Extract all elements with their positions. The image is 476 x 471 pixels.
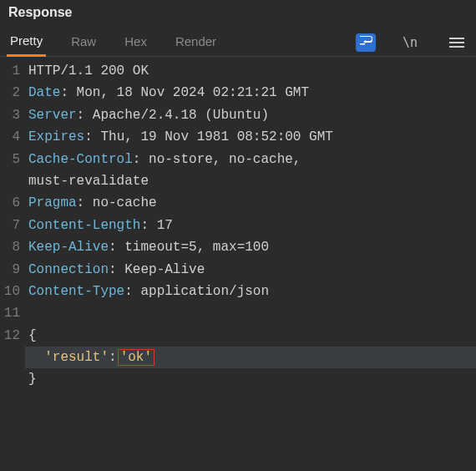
highlight-box: 'ok': [118, 349, 154, 366]
json-brace-close: }: [28, 372, 37, 387]
tab-raw[interactable]: Raw: [68, 29, 99, 55]
line-number: 4: [0, 126, 25, 148]
line-number: 6: [0, 192, 25, 214]
svg-rect-2: [449, 42, 464, 43]
line-number: 12: [0, 325, 25, 347]
code-line: 8 Keep-Alive: timeout=5, max=100: [0, 236, 476, 258]
header-value: no-store, no-cache,: [149, 152, 301, 167]
line-number: 9: [0, 259, 25, 281]
line-number: 7: [0, 215, 25, 236]
show-newlines-button[interactable]: \n: [398, 33, 423, 52]
code-line: 6 Pragma: no-cache: [0, 192, 476, 214]
svg-rect-3: [449, 46, 464, 48]
header-value: Keep-Alive: [124, 262, 205, 277]
header-name: Connection: [28, 262, 109, 277]
http-status-line: HTTP/1.1 200 OK: [28, 63, 149, 78]
header-value: must-revalidate: [28, 174, 149, 189]
header-name: Keep-Alive: [28, 240, 109, 255]
header-name: Server: [28, 108, 77, 123]
header-name: Expires: [28, 129, 84, 144]
code-line: }: [0, 368, 476, 390]
tabbar: Pretty Raw Hex Render \n: [0, 23, 476, 57]
header-value: Mon, 18 Nov 2024 02:21:21 GMT: [77, 85, 309, 100]
tab-pretty[interactable]: Pretty: [7, 28, 46, 57]
header-name: Content-Length: [28, 218, 140, 233]
header-value: Thu, 19 Nov 1981 08:52:00 GMT: [100, 129, 332, 144]
code-line: 9 Connection: Keep-Alive: [0, 259, 476, 281]
header-value: Apache/2.4.18 (Ubuntu): [93, 108, 269, 123]
code-line: 3 Server: Apache/2.4.18 (Ubuntu): [0, 104, 476, 126]
code-line: 2 Date: Mon, 18 Nov 2024 02:21:21 GMT: [0, 82, 476, 104]
menu-button[interactable]: [444, 35, 469, 50]
json-value: 'ok': [120, 350, 152, 365]
menu-icon: [449, 37, 464, 48]
header-value: no-cache: [93, 195, 157, 210]
code-line: 7 Content-Length: 17: [0, 215, 476, 236]
line-number: 10: [0, 281, 25, 302]
json-key: 'result': [44, 350, 109, 365]
header-value: application/json: [140, 284, 269, 299]
svg-rect-1: [449, 38, 464, 39]
tab-hex[interactable]: Hex: [121, 29, 150, 55]
header-value: 17: [157, 218, 173, 233]
header-name: Cache-Control: [28, 152, 133, 167]
code-line: 1 HTTP/1.1 200 OK: [0, 60, 476, 82]
code-line: 4 Expires: Thu, 19 Nov 1981 08:52:00 GMT: [0, 126, 476, 148]
code-line: 10 Content-Type: application/json: [0, 281, 476, 302]
line-number: 8: [0, 236, 25, 258]
code-line: 11: [0, 302, 476, 324]
wrap-toggle-button[interactable]: [356, 33, 376, 52]
json-colon: :: [109, 350, 117, 365]
line-number: 11: [0, 302, 25, 324]
code-line-highlight: 'result':'ok': [0, 347, 476, 368]
line-number: 5: [0, 149, 25, 170]
header-name: Date: [28, 85, 60, 100]
tab-render[interactable]: Render: [172, 29, 220, 55]
code-line: 5 Cache-Control: no-store, no-cache,: [0, 149, 476, 170]
svg-rect-0: [360, 43, 365, 45]
line-number: 2: [0, 82, 25, 104]
header-name: Pragma: [28, 195, 77, 210]
header-value: timeout=5, max=100: [124, 240, 269, 255]
json-brace-open: {: [28, 328, 37, 343]
code-line: 12 {: [0, 325, 476, 347]
panel-title: Response: [0, 0, 476, 23]
wrap-icon: [359, 35, 372, 50]
header-name: Content-Type: [28, 284, 124, 299]
response-body[interactable]: 1 HTTP/1.1 200 OK 2 Date: Mon, 18 Nov 20…: [0, 57, 476, 391]
line-number: 1: [0, 60, 25, 82]
code-line-wrap: must-revalidate: [0, 170, 476, 192]
line-number: 3: [0, 104, 25, 126]
